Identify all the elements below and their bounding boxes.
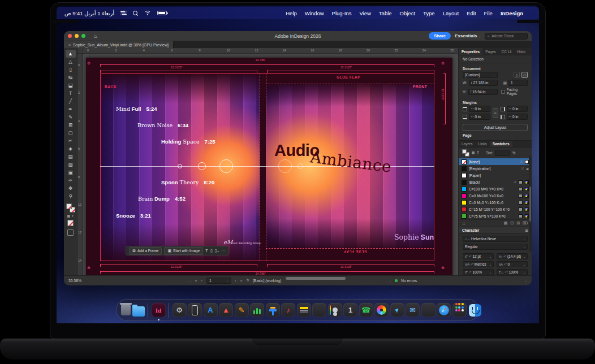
swatch-row[interactable]: C=100 M=0 Y=0 K=0	[459, 185, 532, 192]
dock-system-settings-icon[interactable]: ⚙	[173, 303, 187, 317]
tab-swatches[interactable]: Swatches	[490, 141, 512, 147]
container-toggle-icon[interactable]	[472, 151, 475, 154]
close-tab-icon[interactable]: ×	[68, 43, 71, 47]
swatch-row[interactable]: [Paper]	[459, 172, 532, 179]
eyedropper-tool[interactable]: ✑	[66, 176, 76, 184]
dock-finder-icon[interactable]	[468, 303, 482, 317]
height-field[interactable]: ▴▾15.94 in	[468, 89, 498, 95]
dock-trash-icon[interactable]	[121, 305, 131, 315]
pencil-tool[interactable]: ✎	[66, 113, 76, 121]
swatch-row[interactable]: C=75 M=5 Y=100 K=0	[459, 213, 532, 219]
dock-downloads-folder-icon[interactable]	[132, 306, 145, 316]
margin-right-field[interactable]: ▴ ▾0 in	[507, 106, 528, 112]
tab-properties[interactable]: Properties	[459, 48, 482, 55]
next-page-button[interactable]: ›	[235, 279, 236, 283]
apply-none-button[interactable]	[67, 220, 74, 226]
gradient-feather-tool[interactable]: ▨	[66, 161, 76, 168]
first-page-button[interactable]: «	[195, 279, 198, 283]
more-options-icon[interactable]: ⋯	[221, 249, 225, 253]
tab-cclil[interactable]: CC Lil	[499, 48, 515, 55]
dock-reminders-icon[interactable]	[312, 303, 326, 317]
swatch-list-view-icon[interactable]: ▤	[504, 221, 508, 226]
menu-object[interactable]: Object	[400, 10, 415, 16]
tab-histo[interactable]: Histo	[514, 48, 528, 55]
formatting-container-icon[interactable]	[67, 215, 70, 218]
dock-numbers-icon[interactable]	[250, 303, 264, 317]
swatch-proxy[interactable]	[462, 149, 469, 157]
page-tool[interactable]: ▯	[66, 66, 76, 73]
preflight-sync-icon[interactable]: ↻	[246, 278, 249, 283]
direct-selection-tool[interactable]: △	[66, 58, 76, 66]
swatch-views-icon[interactable]: ⚏	[462, 221, 465, 226]
hand-tool[interactable]: ✥	[66, 184, 76, 192]
tab-links[interactable]: Links	[476, 141, 490, 147]
dock-mail-icon[interactable]: ✉	[406, 303, 420, 317]
close-window-button[interactable]	[68, 34, 72, 38]
character-panel-header[interactable]: Character ☰	[459, 227, 532, 234]
margin-left-field[interactable]: ▴ ▾0 in	[507, 114, 528, 120]
type-tool[interactable]: T	[66, 89, 76, 97]
dock-pages-icon[interactable]: ✎	[235, 303, 249, 317]
dock-keynote-icon[interactable]	[266, 303, 280, 317]
wifi-icon[interactable]	[144, 11, 151, 16]
horizontal-scrollbar-thumb[interactable]	[286, 277, 346, 280]
line-tool[interactable]: ╱	[66, 97, 76, 105]
zoom-window-button[interactable]	[81, 34, 85, 38]
new-swatch-group-icon[interactable]: ⊟	[510, 221, 514, 226]
menu-view[interactable]: View	[359, 10, 370, 16]
vertical-scale-field[interactable]: IT▴ ▾100%⌄	[463, 269, 494, 275]
portrait-orientation-button[interactable]: ▯	[514, 72, 520, 78]
swatch-row[interactable]: [None]⤫	[459, 158, 532, 165]
screen-mode-button[interactable]	[67, 229, 74, 236]
horizontal-scale-field[interactable]: T↔▴ ▾100%⌄	[497, 269, 528, 275]
battery-icon[interactable]	[157, 11, 167, 15]
page-add-icon[interactable]: ▯₊	[215, 249, 219, 253]
dock-indesign-icon[interactable]: Id	[152, 303, 166, 317]
menu-indesign[interactable]: InDesign	[501, 10, 523, 16]
window-titlebar[interactable]: ⌂ Adobe InDesign 2026 Share Essentials ⌄…	[64, 31, 532, 41]
zoom-level[interactable]: 35.58%	[68, 279, 81, 283]
swatch-row[interactable]: C=0 M=0 Y=100 K=0	[459, 199, 532, 206]
menu-table[interactable]: Table	[379, 10, 392, 16]
share-button[interactable]: Share	[429, 32, 451, 40]
dock-safari-icon[interactable]	[437, 303, 451, 317]
fill-swatch[interactable]	[66, 203, 72, 209]
font-size-field[interactable]: tT▴ ▾12 pt⌄	[463, 253, 494, 259]
selection-tool[interactable]: ▲	[66, 50, 76, 58]
leading-field[interactable]: A↕▴ ▾(14.4 pt)⌄	[497, 253, 528, 259]
preflight-status[interactable]: No errors	[401, 279, 417, 283]
content-collector-tool[interactable]: ⬓	[66, 81, 76, 89]
workspace-switcher[interactable]: Essentials ⌄	[455, 33, 481, 38]
tab-pages[interactable]: Pages	[482, 48, 498, 55]
adobe-stock-search[interactable]: ⌕Adobe Stock	[485, 33, 528, 40]
gap-tool[interactable]: ↹	[66, 73, 76, 81]
menu-plugins[interactable]: Plug-Ins	[332, 10, 352, 16]
kerning-field[interactable]: V∕A▴ ▾Metrics⌄	[463, 261, 494, 267]
tracking-field[interactable]: VA▴ ▾0⌄	[497, 261, 528, 267]
rectangle-tool[interactable]: ▢	[66, 129, 76, 137]
tab-layers[interactable]: Layers	[459, 141, 476, 147]
last-page-button[interactable]: »	[240, 279, 243, 283]
text-toggle-icon[interactable]: T	[477, 151, 479, 155]
dock-notes-icon[interactable]	[297, 303, 311, 317]
pen-tool[interactable]: ✒	[66, 105, 76, 113]
swatch-row[interactable]: [Black]⤫	[459, 179, 532, 185]
menu-type[interactable]: Type	[423, 10, 435, 16]
note-tool[interactable]: ▣	[66, 168, 76, 176]
canvas[interactable]: 02468101214161820222426 02468101214 24.7…	[77, 48, 458, 275]
swatch-row[interactable]: [Registration]⤫⊕	[459, 165, 532, 172]
delete-swatch-icon[interactable]: ⌦	[523, 221, 528, 226]
type-tool-icon[interactable]: T	[205, 248, 208, 253]
dock-contacts-icon[interactable]	[328, 303, 342, 317]
menu-window[interactable]: Window	[305, 10, 324, 16]
dock-calendar-icon[interactable]: 1	[343, 303, 357, 317]
facing-pages-checkbox[interactable]	[501, 90, 505, 94]
page-number-field[interactable]: 1⌄	[206, 278, 231, 284]
dock-iphone-mirroring-icon[interactable]	[188, 303, 202, 317]
page-icon[interactable]: ▯	[210, 249, 213, 253]
fill-stroke-proxy[interactable]	[66, 203, 75, 213]
dock-messages-icon[interactable]	[421, 303, 436, 317]
landscape-orientation-button[interactable]: ▭	[521, 72, 528, 78]
width-field[interactable]: ▴▾27.183 in	[469, 80, 498, 86]
tint-field[interactable]: ⌄	[495, 150, 510, 156]
